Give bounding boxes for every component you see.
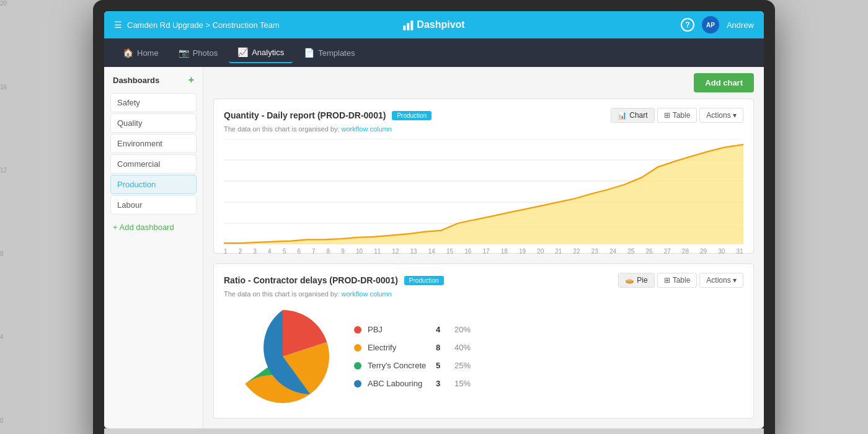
- legend-item-electrify: Electrify 8 40%: [354, 343, 471, 352]
- x-axis: 12345 678910 1112131415 1617181920 21222…: [224, 247, 743, 255]
- home-icon: 🏠: [123, 48, 133, 58]
- legend-dot-pbj: [354, 326, 361, 334]
- line-chart-svg: [224, 139, 743, 244]
- legend-item-terrys: Terry's Concrete 5 25%: [354, 361, 471, 370]
- chart-icon: 📊: [618, 111, 627, 120]
- legend-item-pbj: PBJ 4 20%: [354, 325, 471, 334]
- legend-dot-terrys: [354, 362, 361, 370]
- sidebar-title: Dashboards: [113, 76, 159, 85]
- nav-analytics-label: Analytics: [252, 48, 284, 57]
- nav-bar: 🏠 Home 📷 Photos 📈 Analytics 📄 Templates: [104, 38, 764, 67]
- nav-templates-label: Templates: [318, 48, 355, 58]
- add-dashboard-label: + Add dashboard: [113, 223, 174, 232]
- pie-chart-svg: [236, 310, 329, 403]
- legend-dot-electrify: [354, 344, 361, 352]
- add-dashboard-plus-icon[interactable]: +: [188, 74, 194, 86]
- legend-count-abc: 3: [436, 379, 448, 388]
- legend-pct-terrys: 25%: [454, 361, 471, 370]
- sidebar: Dashboards + Safety Quality Environment …: [104, 67, 203, 428]
- chart2-view-pie-button[interactable]: 🥧 Pie: [618, 273, 654, 288]
- chart1-actions-button[interactable]: Actions ▾: [699, 108, 743, 123]
- pie-legend: PBJ 4 20% Electrify 8 40%: [354, 325, 471, 388]
- sidebar-item-commercial[interactable]: Commercial: [110, 154, 197, 174]
- chart2-pie-label: Pie: [637, 276, 647, 285]
- sidebar-item-analytics[interactable]: 📈 Analytics: [229, 42, 293, 63]
- legend-name-pbj: PBJ: [368, 325, 430, 334]
- analytics-icon: 📈: [237, 47, 248, 57]
- legend-name-electrify: Electrify: [368, 343, 430, 352]
- sidebar-environment-label: Environment: [117, 139, 162, 148]
- chart-card-2: Ratio - Contractor delays (PROD-DR-0001)…: [213, 264, 754, 418]
- sidebar-quality-label: Quality: [117, 118, 142, 128]
- legend-dot-abc: [354, 380, 361, 388]
- chart1-subtitle: The data on this chart is organised by: …: [224, 125, 743, 133]
- sidebar-item-production[interactable]: Production: [110, 175, 197, 194]
- pie-chart-container: PBJ 4 20% Electrify 8 40%: [224, 304, 743, 409]
- legend-count-pbj: 4: [436, 325, 448, 334]
- help-button[interactable]: ?: [681, 18, 694, 32]
- legend-pct-electrify: 40%: [454, 343, 471, 352]
- legend-item-abc: ABC Labouring 3 15%: [354, 379, 471, 388]
- chart1-badge: Production: [392, 111, 432, 120]
- legend-name-abc: ABC Labouring: [368, 379, 430, 388]
- photos-icon: 📷: [179, 48, 189, 58]
- sidebar-labour-label: Labour: [117, 200, 142, 210]
- chart2-actions-button[interactable]: Actions ▾: [699, 273, 743, 288]
- chart1-table-label: Table: [673, 111, 691, 120]
- table-icon: ⊞: [664, 111, 670, 120]
- pie-icon: 🥧: [625, 276, 634, 285]
- chart2-subtitle-link[interactable]: workflow column: [342, 290, 392, 298]
- add-chart-button[interactable]: Add chart: [694, 73, 754, 92]
- sidebar-item-templates[interactable]: 📄 Templates: [295, 43, 363, 63]
- sidebar-production-label: Production: [117, 180, 156, 189]
- legend-name-terrys: Terry's Concrete: [368, 361, 430, 370]
- app-name: Dashpivot: [417, 19, 464, 30]
- nav-photos-label: Photos: [193, 48, 218, 58]
- sidebar-item-environment[interactable]: Environment: [110, 134, 197, 153]
- chart2-view-table-button[interactable]: ⊞ Table: [657, 273, 698, 288]
- legend-pct-pbj: 20%: [454, 325, 471, 334]
- sidebar-safety-label: Safety: [117, 98, 140, 107]
- add-dashboard-button[interactable]: + Add dashboard: [110, 218, 197, 236]
- chart-card-1: Quantity - Daily report (PROD-DR-0001) P…: [213, 99, 754, 254]
- chart1-subtitle-link[interactable]: workflow column: [342, 125, 392, 133]
- chart2-badge: Production: [404, 276, 444, 285]
- nav-home-label: Home: [137, 48, 159, 58]
- avatar: AP: [702, 16, 719, 33]
- user-name: Andrew: [727, 20, 754, 30]
- table2-icon: ⊞: [664, 276, 670, 285]
- breadcrumb: Camden Rd Upgrade > Construction Team: [127, 20, 280, 30]
- sidebar-item-safety[interactable]: Safety: [110, 93, 197, 112]
- legend-count-electrify: 8: [436, 343, 448, 352]
- hamburger-icon[interactable]: ☰: [114, 20, 122, 30]
- chart1-view-table-button[interactable]: ⊞ Table: [657, 108, 698, 123]
- app-logo: Dashpivot: [403, 19, 464, 30]
- chart1-title: Quantity - Daily report (PROD-DR-0001): [224, 110, 386, 120]
- chart1-chart-label: Chart: [629, 111, 647, 120]
- legend-pct-abc: 15%: [454, 379, 471, 388]
- sidebar-item-quality[interactable]: Quality: [110, 113, 197, 133]
- content-area: Add chart Quantity - Daily report (PROD-…: [203, 67, 764, 428]
- sidebar-item-home[interactable]: 🏠 Home: [114, 43, 167, 63]
- chart2-subtitle: The data on this chart is organised by: …: [224, 290, 743, 298]
- chart1-view-chart-button[interactable]: 📊 Chart: [611, 108, 654, 123]
- sidebar-commercial-label: Commercial: [117, 159, 160, 169]
- templates-icon: 📄: [304, 48, 314, 58]
- legend-count-terrys: 5: [436, 361, 448, 370]
- sidebar-item-labour[interactable]: Labour: [110, 195, 197, 215]
- sidebar-item-photos[interactable]: 📷 Photos: [170, 43, 226, 63]
- chart2-title: Ratio - Contractor delays (PROD-DR-0001): [224, 275, 398, 285]
- chart2-table-label: Table: [673, 276, 691, 285]
